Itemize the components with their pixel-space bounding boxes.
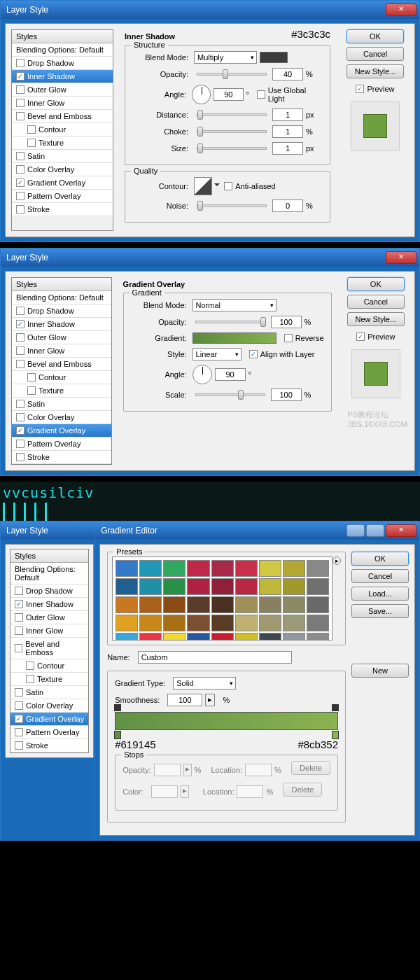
preset-swatch[interactable] (283, 615, 305, 631)
cancel-button[interactable]: Cancel (351, 569, 409, 583)
opacity-stop-right[interactable] (332, 704, 339, 711)
style-inner-shadow[interactable]: Inner Shadow (12, 70, 113, 83)
style-outer-glow[interactable]: Outer Glow (10, 611, 88, 624)
global-light-checkbox[interactable] (257, 90, 265, 99)
opacity-input[interactable]: 40 (272, 68, 303, 80)
contour-picker[interactable] (194, 177, 212, 195)
preset-swatch[interactable] (283, 578, 305, 595)
style-inner-shadow[interactable]: Inner Shadow (12, 318, 111, 331)
preset-swatch[interactable] (139, 633, 162, 640)
style-inner-glow[interactable]: Inner Glow (12, 97, 113, 110)
style-texture[interactable]: Texture (12, 136, 113, 150)
blend-mode-dropdown[interactable]: Normal (192, 299, 276, 312)
stop-opacity-input[interactable] (154, 764, 181, 776)
close-icon[interactable]: ✕ (386, 524, 416, 537)
preset-swatch[interactable] (259, 596, 281, 613)
blending-options[interactable]: Blending Options: Default (12, 43, 113, 57)
style-drop-shadow[interactable]: Drop Shadow (12, 57, 113, 70)
noise-input[interactable]: 0 (272, 200, 303, 212)
style-gradient-overlay[interactable]: Gradient Overlay (12, 176, 113, 190)
new-style-button[interactable]: New Style... (347, 312, 405, 326)
gradient-bar[interactable] (115, 712, 338, 730)
new-button[interactable]: New (351, 664, 409, 678)
size-input[interactable]: 1 (272, 142, 303, 155)
styles-header[interactable]: Styles (10, 550, 88, 563)
distance-input[interactable]: 1 (272, 108, 303, 121)
preset-swatch[interactable] (307, 578, 329, 595)
preset-swatch[interactable] (187, 578, 209, 595)
preset-swatch[interactable] (163, 596, 186, 613)
preset-swatch[interactable] (163, 633, 186, 640)
preset-swatch[interactable] (187, 560, 209, 577)
gradient-type-dropdown[interactable]: Solid (173, 677, 236, 690)
preset-swatch[interactable] (139, 578, 162, 595)
style-outer-glow[interactable]: Outer Glow (12, 331, 111, 344)
preset-swatch[interactable] (211, 615, 234, 631)
style-inner-glow[interactable]: Inner Glow (12, 344, 111, 358)
style-bevel-emboss[interactable]: Bevel and Emboss (12, 110, 113, 123)
style-stroke[interactable]: Stroke (12, 203, 113, 216)
preset-swatch[interactable] (163, 578, 186, 595)
preset-swatch[interactable] (307, 560, 329, 577)
choke-slider[interactable] (197, 130, 267, 133)
cancel-button[interactable]: Cancel (347, 295, 405, 309)
smoothness-dropdown-icon[interactable]: ▸ (205, 694, 215, 706)
angle-dial[interactable] (192, 85, 211, 104)
preset-swatch[interactable] (283, 560, 305, 577)
style-drop-shadow[interactable]: Drop Shadow (12, 304, 111, 318)
preset-swatch[interactable] (283, 633, 305, 640)
align-checkbox[interactable] (249, 350, 258, 358)
chevron-icon[interactable]: ▸ (181, 785, 189, 798)
preset-swatch[interactable] (187, 615, 209, 631)
style-contour[interactable]: Contour (10, 659, 88, 673)
close-icon[interactable]: ✕ (386, 251, 416, 264)
minimize-icon[interactable] (346, 524, 365, 537)
distance-slider[interactable] (197, 113, 267, 116)
preset-swatch[interactable] (235, 596, 258, 613)
gradient-picker[interactable] (192, 332, 276, 344)
shadow-color-swatch[interactable] (260, 52, 288, 63)
preset-swatch[interactable] (307, 615, 329, 631)
color-stop-right[interactable] (332, 731, 339, 739)
preset-swatch[interactable] (259, 633, 281, 640)
opacity-slider[interactable] (195, 321, 265, 323)
angle-dial[interactable] (192, 365, 212, 384)
maximize-icon[interactable] (366, 524, 384, 537)
delete-color-stop-button[interactable]: Delete (283, 783, 322, 797)
scale-slider[interactable] (195, 393, 265, 396)
antialiased-checkbox[interactable] (224, 182, 232, 190)
preset-swatch[interactable] (115, 596, 138, 613)
preset-swatch[interactable] (211, 596, 234, 613)
preset-swatch[interactable] (115, 578, 138, 595)
preset-swatch[interactable] (211, 578, 234, 595)
stop-color-location-input[interactable] (237, 785, 263, 798)
opacity-stop-left[interactable] (114, 704, 121, 711)
preset-swatch[interactable] (187, 633, 209, 640)
new-style-button[interactable]: New Style... (346, 64, 404, 78)
preset-swatch[interactable] (235, 578, 258, 595)
style-contour[interactable]: Contour (12, 371, 111, 384)
style-gradient-overlay[interactable]: Gradient Overlay (10, 713, 88, 726)
preset-swatch[interactable] (259, 578, 281, 595)
size-slider[interactable] (197, 147, 267, 150)
chevron-icon[interactable]: ▸ (183, 764, 192, 776)
style-outer-glow[interactable]: Outer Glow (12, 83, 113, 97)
style-color-overlay[interactable]: Color Overlay (10, 699, 88, 713)
save-button[interactable]: Save... (351, 604, 409, 618)
preset-swatch[interactable] (283, 596, 305, 613)
presets-menu-icon[interactable]: ▸ (332, 556, 341, 565)
style-satin[interactable]: Satin (12, 150, 113, 163)
style-inner-shadow[interactable]: Inner Shadow (10, 598, 88, 611)
preset-swatch[interactable] (115, 615, 138, 631)
angle-input[interactable]: 90 (214, 88, 243, 101)
name-input[interactable]: Custom (138, 651, 292, 664)
delete-opacity-stop-button[interactable]: Delete (291, 761, 330, 775)
style-dropdown[interactable]: Linear (192, 348, 241, 360)
preset-swatch[interactable] (235, 615, 258, 631)
cancel-button[interactable]: Cancel (346, 47, 404, 61)
style-pattern-overlay[interactable]: Pattern Overlay (10, 726, 88, 739)
preset-swatch[interactable] (139, 615, 162, 631)
style-texture[interactable]: Texture (12, 384, 111, 398)
preset-swatch[interactable] (259, 560, 281, 577)
blend-mode-dropdown[interactable]: Multiply (194, 51, 257, 64)
